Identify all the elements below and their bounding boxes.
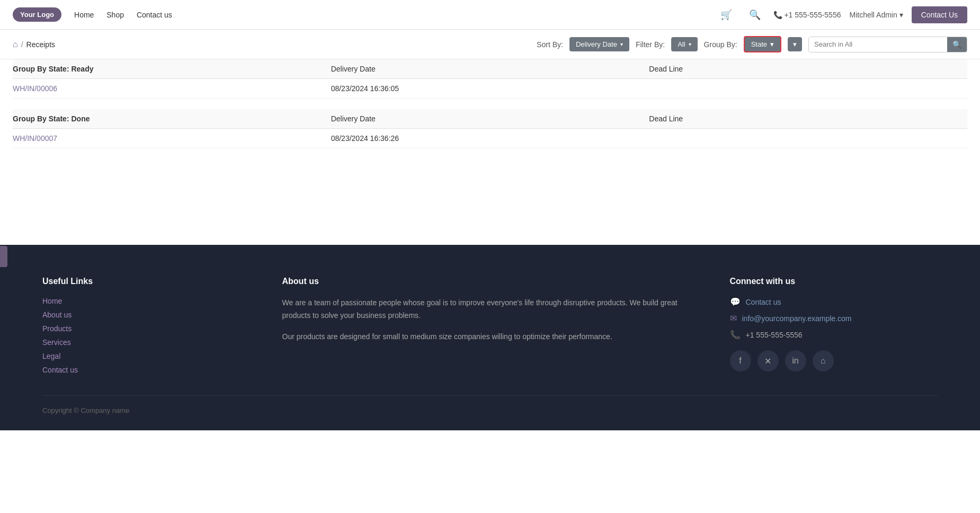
footer-link-contact[interactable]: Contact us: [42, 366, 251, 374]
search-input[interactable]: [809, 37, 947, 51]
row-delivery-date-2: 08/23/2024 16:36:26: [331, 134, 649, 143]
group-by-label: Group By:: [704, 40, 737, 49]
user-caret-icon: ▾: [899, 11, 903, 19]
header-left: Your Logo Home Shop Contact us: [13, 7, 172, 22]
group-ready-label: Group By State: Ready: [13, 65, 331, 73]
footer-link-services[interactable]: Services: [42, 338, 251, 347]
phone-number: 📞 +1 555-555-5556: [773, 11, 841, 19]
col-header-delivery-1: Delivery Date: [331, 65, 649, 73]
table-row: WH/IN/00007 08/23/2024 16:36:26: [13, 129, 967, 148]
group-done-label-text: Group By State:: [13, 114, 69, 123]
group-value-text: Ready: [71, 65, 93, 73]
row-deadline-1: [649, 84, 967, 93]
filter-by-caret-icon: ▾: [689, 41, 691, 47]
group-done-value-text: Done: [71, 114, 90, 123]
social-twitter-button[interactable]: ✕: [758, 350, 779, 372]
filter-by-value: All: [678, 40, 685, 48]
nav-shop[interactable]: Shop: [106, 11, 124, 19]
breadcrumb-page: Receipts: [26, 40, 55, 49]
phone-icon: 📞: [730, 330, 741, 340]
group-header-done: Group By State: Done Delivery Date Dead …: [13, 109, 967, 129]
connect-item-phone: 📞 +1 555-555-5556: [730, 330, 938, 340]
table-row: WH/IN/00006 08/23/2024 16:36:05: [13, 79, 967, 99]
footer-link-legal[interactable]: Legal: [42, 352, 251, 360]
side-indicator: [0, 246, 7, 267]
col-header-delivery-2: Delivery Date: [331, 114, 649, 123]
breadcrumb: ⌂ / Receipts: [13, 40, 55, 49]
user-name: Mitchell Admin: [849, 11, 897, 19]
breadcrumb-home-icon[interactable]: ⌂: [13, 40, 18, 49]
search-submit-button[interactable]: 🔍: [947, 37, 967, 52]
breadcrumb-separator: /: [21, 40, 23, 49]
footer: Useful Links Home About us Products Serv…: [0, 245, 980, 430]
sort-by-caret-icon: ▾: [620, 41, 623, 47]
social-linkedin-button[interactable]: in: [785, 350, 806, 372]
main-nav: Home Shop Contact us: [74, 11, 172, 19]
user-dropdown[interactable]: Mitchell Admin ▾: [849, 11, 903, 19]
nav-contact[interactable]: Contact us: [137, 11, 172, 19]
copyright-text: Copyright © Company name: [42, 406, 129, 414]
group-done-label: Group By State: Done: [13, 114, 331, 123]
footer-phone: +1 555-555-5556: [746, 331, 803, 339]
footer-bottom: Copyright © Company name: [42, 395, 938, 414]
connect-item-chat: 💬 Contact us: [730, 297, 938, 307]
footer-useful-links: Useful Links Home About us Products Serv…: [42, 277, 251, 374]
about-us-desc2: Our products are designed for small to m…: [282, 331, 698, 343]
footer-links-list: Home About us Products Services Legal Co…: [42, 297, 251, 374]
row-delivery-date-1: 08/23/2024 16:36:05: [331, 84, 649, 93]
row-ref-link-2[interactable]: WH/IN/00007: [13, 134, 331, 143]
group-by-state-dropdown[interactable]: State ▾: [744, 36, 781, 52]
footer-link-home[interactable]: Home: [42, 297, 251, 305]
footer-about-us: About us We are a team of passionate peo…: [282, 277, 698, 374]
social-icons: f ✕ in ⌂: [730, 350, 938, 372]
nav-home[interactable]: Home: [74, 11, 94, 19]
filter-by-label: Filter By:: [636, 40, 665, 49]
email-link[interactable]: info@yourcompany.example.com: [742, 314, 852, 323]
group-by-caret-icon: ▾: [770, 40, 774, 48]
header-right: 🛒 🔍 📞 +1 555-555-5556 Mitchell Admin ▾ C…: [716, 6, 967, 23]
sort-by-dropdown[interactable]: Delivery Date ▾: [569, 37, 629, 51]
col-header-deadline-1: Dead Line: [649, 65, 967, 73]
row-ref-link-1[interactable]: WH/IN/00006: [13, 84, 331, 93]
sort-by-label: Sort By:: [537, 40, 563, 49]
cart-icon[interactable]: 🛒: [716, 7, 736, 23]
contact-us-button[interactable]: Contact Us: [912, 6, 967, 23]
social-website-button[interactable]: ⌂: [813, 350, 834, 372]
search-icon[interactable]: 🔍: [745, 7, 765, 23]
toolbar: ⌂ / Receipts Sort By: Delivery Date ▾ Fi…: [0, 30, 980, 59]
header: Your Logo Home Shop Contact us 🛒 🔍 📞 +1 …: [0, 0, 980, 30]
extra-options-button[interactable]: ▾: [788, 37, 802, 51]
chat-icon: 💬: [730, 297, 741, 307]
row-deadline-2: [649, 134, 967, 143]
about-us-desc1: We are a team of passionate people whose…: [282, 297, 698, 322]
footer-link-about[interactable]: About us: [42, 311, 251, 319]
connect-title: Connect with us: [730, 277, 938, 286]
group-by-value: State: [751, 40, 767, 48]
footer-grid: Useful Links Home About us Products Serv…: [42, 277, 938, 374]
footer-connect: Connect with us 💬 Contact us ✉ info@your…: [730, 277, 938, 374]
useful-links-title: Useful Links: [42, 277, 251, 286]
group-header-ready: Group By State: Ready Delivery Date Dead…: [13, 59, 967, 79]
connect-item-email: ✉ info@yourcompany.example.com: [730, 313, 938, 323]
col-header-deadline-2: Dead Line: [649, 114, 967, 123]
filter-by-dropdown[interactable]: All ▾: [671, 37, 697, 51]
contact-us-link[interactable]: Contact us: [746, 298, 781, 306]
logo[interactable]: Your Logo: [13, 7, 61, 22]
group-label-text: Group By State:: [13, 65, 69, 73]
email-icon: ✉: [730, 313, 737, 323]
sort-by-value: Delivery Date: [576, 40, 617, 48]
about-us-title: About us: [282, 277, 698, 286]
footer-link-products[interactable]: Products: [42, 324, 251, 333]
social-facebook-button[interactable]: f: [730, 350, 751, 372]
main-content: Group By State: Ready Delivery Date Dead…: [0, 59, 980, 245]
search-container: 🔍: [808, 37, 967, 52]
